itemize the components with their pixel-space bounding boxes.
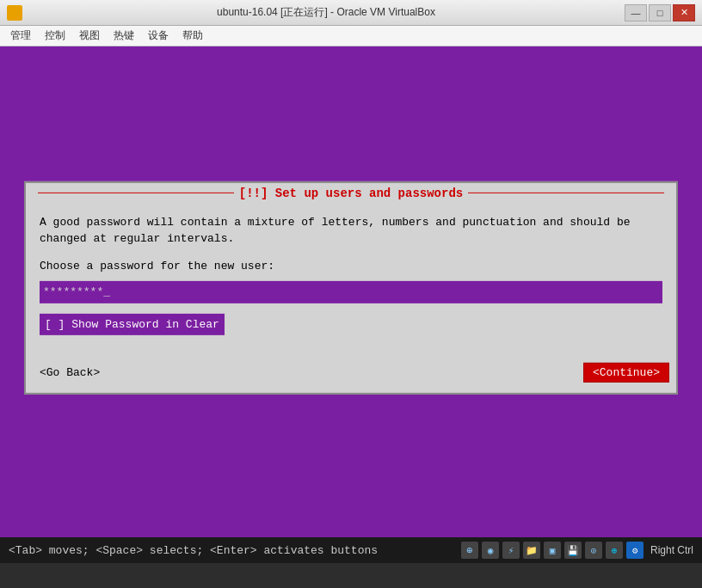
password-input[interactable]: *********_ — [40, 281, 662, 303]
svg-rect-2 — [9, 14, 14, 18]
menu-hotkey[interactable]: 热键 — [107, 27, 141, 45]
monitor-icon: ▣ — [544, 542, 561, 559]
vm-display: [!!] Set up users and passwords A good p… — [0, 46, 702, 563]
restore-button[interactable]: □ — [649, 4, 671, 21]
window-title: ubuntu-16.04 [正在运行] - Oracle VM VirtualB… — [28, 5, 625, 20]
dialog-title: [!!] Set up users and passwords — [239, 186, 463, 199]
go-back-button[interactable]: <Go Back> — [33, 364, 107, 381]
folder-icon: 📁 — [523, 542, 540, 559]
setup-dialog: [!!] Set up users and passwords A good p… — [24, 181, 678, 395]
sound-icon: ◉ — [482, 542, 499, 559]
continue-button[interactable]: <Continue> — [583, 363, 669, 383]
dialog-buttons: <Go Back> <Continue> — [26, 359, 676, 393]
password-input-container[interactable]: *********_ — [40, 281, 662, 303]
dialog-title-bar: [!!] Set up users and passwords — [26, 182, 676, 203]
menu-manage[interactable]: 管理 — [3, 27, 38, 45]
network2-icon: ⊕ — [606, 542, 623, 559]
disk-icon: 💾 — [564, 542, 582, 559]
menu-view[interactable]: 视图 — [72, 27, 107, 45]
dialog-content: A good password will contain a mixture o… — [26, 203, 676, 359]
settings-icon: ⚙ — [626, 542, 644, 559]
window-controls: — □ ✕ — [625, 4, 695, 21]
title-line-right — [468, 193, 664, 193]
svg-rect-1 — [15, 8, 20, 12]
dialog-prompt: Choose a password for the new user: — [40, 257, 662, 274]
title-line-left — [38, 193, 234, 193]
title-bar: ubuntu-16.04 [正在运行] - Oracle VM VirtualB… — [0, 0, 702, 26]
minimize-button[interactable]: — — [625, 4, 647, 21]
svg-rect-3 — [15, 14, 20, 18]
cd-icon: ⊙ — [585, 542, 602, 559]
menu-control[interactable]: 控制 — [38, 27, 72, 45]
show-password-toggle[interactable]: [ ] Show Password in Clear — [40, 313, 225, 335]
status-text: <Tab> moves; <Space> selects; <Enter> ac… — [9, 544, 461, 557]
show-password-label: [ ] Show Password in Clear — [45, 315, 219, 333]
menu-help[interactable]: 帮助 — [176, 27, 210, 45]
usb-icon: ⚡ — [502, 542, 520, 559]
status-icons: ⊕ ◉ ⚡ 📁 ▣ 💾 ⊙ ⊕ ⚙ Right Ctrl — [461, 542, 693, 559]
right-ctrl-label: Right Ctrl — [650, 544, 693, 556]
network-icon: ⊕ — [461, 542, 478, 559]
menu-devices[interactable]: 设备 — [141, 27, 176, 45]
dialog-description: A good password will contain a mixture o… — [40, 213, 662, 247]
close-button[interactable]: ✕ — [673, 4, 695, 21]
svg-rect-0 — [9, 8, 14, 12]
status-bar: <Tab> moves; <Space> selects; <Enter> ac… — [0, 537, 702, 563]
app-icon — [7, 5, 22, 21]
menu-bar: 管理 控制 视图 热键 设备 帮助 — [0, 26, 702, 46]
